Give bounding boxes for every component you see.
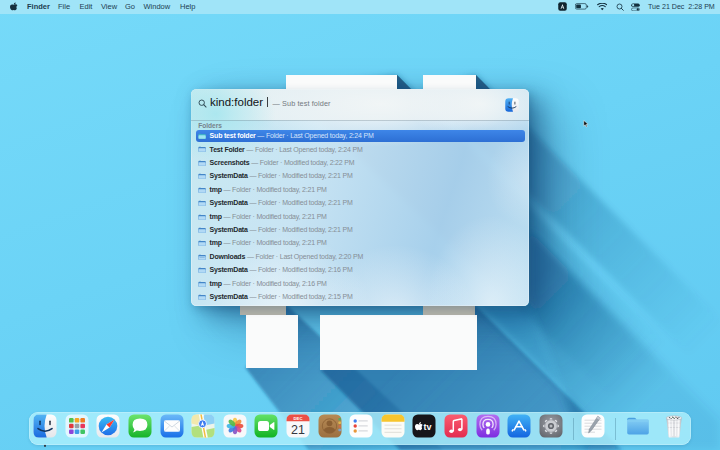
svg-text:DEC: DEC bbox=[294, 416, 303, 421]
svg-text:tv: tv bbox=[424, 422, 432, 432]
svg-text:21: 21 bbox=[291, 423, 305, 437]
